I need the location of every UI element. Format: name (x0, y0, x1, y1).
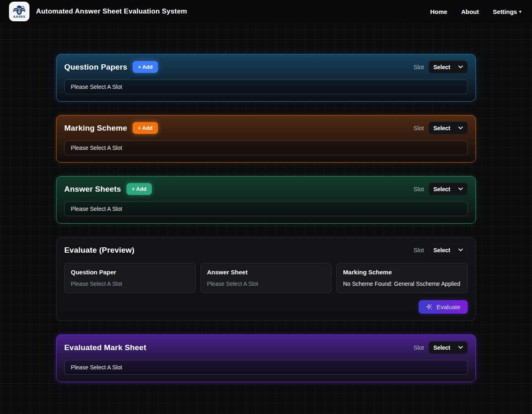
slot-label: Slot (413, 63, 424, 70)
preview-card-title: Answer Sheet (207, 269, 325, 276)
aases-logo[interactable]: AASES (9, 2, 29, 21)
evaluate-preview-title: Evaluate (Preview) (64, 246, 135, 255)
preview-card-title: Question Paper (71, 269, 189, 276)
evaluated-mark-sheet-title: Evaluated Mark Sheet (64, 343, 146, 352)
owl-mascot-icon (12, 5, 26, 16)
evaluated-mark-sheet-header: Evaluated Mark Sheet Slot Select (64, 341, 468, 354)
nav-link-settings-label: Settings (493, 8, 517, 15)
nav-links: Home About Settings ▾ (430, 8, 521, 15)
question-papers-panel: Question Papers + Add Slot Select Please… (56, 54, 476, 102)
answer-sheets-empty-state: Please Select A Slot (64, 201, 468, 216)
preview-card-text: Please Select A Slot (207, 281, 325, 287)
marking-scheme-header: Marking Scheme + Add Slot Select (64, 122, 468, 134)
slot-select-value: Select (433, 344, 450, 351)
evaluate-footer: Evaluate (64, 300, 468, 314)
evaluated-mark-sheet-panel: Evaluated Mark Sheet Slot Select Please … (56, 335, 476, 382)
marking-scheme-title: Marking Scheme (64, 124, 127, 133)
preview-card-text: Please Select A Slot (71, 281, 189, 287)
chevron-down-icon (458, 346, 463, 349)
preview-card-answer-sheet: Answer Sheet Please Select A Slot (201, 263, 332, 293)
slot-label: Slot (413, 186, 424, 192)
answer-sheets-title: Answer Sheets (64, 185, 121, 194)
answer-sheets-add-button[interactable]: + Add (126, 183, 152, 195)
preview-card-marking-scheme: Marking Scheme No Scheme Found: General … (336, 263, 468, 293)
answer-sheets-slot-select[interactable]: Select (428, 183, 468, 195)
evaluate-button-label: Evaluate (437, 303, 460, 310)
question-papers-header: Question Papers + Add Slot Select (64, 61, 468, 73)
answer-sheets-panel: Answer Sheets + Add Slot Select Please S… (56, 176, 476, 224)
answer-sheets-header: Answer Sheets + Add Slot Select (64, 183, 468, 195)
preview-cards: Question Paper Please Select A Slot Answ… (64, 263, 468, 293)
evaluate-preview-panel: Evaluate (Preview) Slot Select Question … (56, 237, 476, 321)
nav-link-home[interactable]: Home (430, 8, 447, 15)
evaluate-preview-slot-controls: Slot Select (413, 244, 468, 256)
sparkles-icon (426, 303, 433, 310)
question-papers-title: Question Papers (64, 63, 127, 72)
chevron-down-icon (458, 249, 463, 251)
preview-card-text: No Scheme Found: General Sscheme Applied (343, 281, 461, 287)
slot-label: Slot (413, 124, 424, 131)
question-papers-slot-select[interactable]: Select (428, 61, 468, 73)
question-papers-add-button[interactable]: + Add (133, 61, 158, 73)
answer-sheets-slot-controls: Slot Select (413, 183, 468, 195)
chevron-down-icon (458, 66, 463, 68)
marking-scheme-slot-select[interactable]: Select (428, 122, 468, 134)
slot-select-value: Select (433, 247, 450, 253)
caret-down-icon: ▾ (519, 9, 521, 14)
evaluate-preview-slot-select[interactable]: Select (428, 244, 468, 256)
logo-text: AASES (13, 15, 25, 18)
chevron-down-icon (458, 188, 463, 190)
slot-label: Slot (413, 247, 424, 253)
evaluate-button[interactable]: Evaluate (419, 300, 468, 314)
slot-select-value: Select (433, 125, 450, 131)
evaluated-mark-sheet-empty-state: Please Select A Slot (64, 360, 468, 375)
evaluated-mark-sheet-slot-controls: Slot Select (413, 341, 468, 354)
slot-label: Slot (413, 344, 424, 351)
nav-link-settings[interactable]: Settings ▾ (493, 8, 521, 15)
marking-scheme-add-button[interactable]: + Add (133, 122, 158, 134)
marking-scheme-slot-controls: Slot Select (413, 122, 468, 134)
app-title: Automated Answer Sheet Evaluation System (36, 7, 187, 16)
marking-scheme-panel: Marking Scheme + Add Slot Select Please … (56, 115, 476, 163)
preview-card-title: Marking Scheme (343, 269, 461, 276)
question-papers-slot-controls: Slot Select (413, 61, 468, 73)
slot-select-value: Select (433, 64, 450, 70)
main-content: Question Papers + Add Slot Select Please… (56, 23, 476, 382)
evaluate-preview-header: Evaluate (Preview) Slot Select (64, 244, 468, 256)
marking-scheme-empty-state: Please Select A Slot (64, 140, 468, 155)
preview-card-question-paper: Question Paper Please Select A Slot (64, 263, 196, 293)
question-papers-empty-state: Please Select A Slot (64, 79, 468, 94)
navbar: AASES Automated Answer Sheet Evaluation … (0, 0, 532, 23)
chevron-down-icon (458, 127, 463, 129)
nav-link-about[interactable]: About (461, 8, 479, 15)
evaluated-mark-sheet-slot-select[interactable]: Select (428, 341, 468, 354)
slot-select-value: Select (433, 186, 450, 192)
